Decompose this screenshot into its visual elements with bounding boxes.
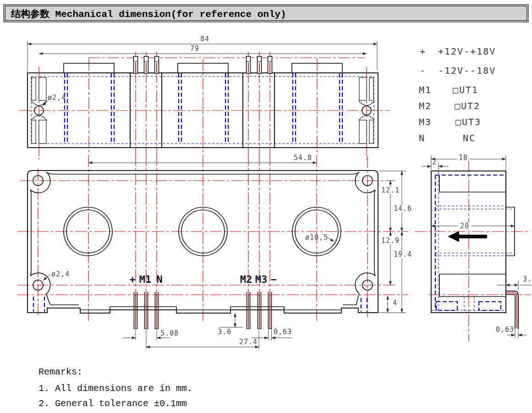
- pin-legend: + +12V-+18V - -12V--18V M1 □UT1 M2 □UT2 …: [419, 46, 496, 143]
- remarks-line2: 2. General tolerance ±0.1mm: [38, 398, 187, 409]
- dim-overall-width: 84: [200, 35, 209, 43]
- dim-corner-hole: ø2,4: [51, 270, 70, 278]
- legend-pin-m2: M2: [419, 100, 432, 111]
- pin-label-m2: M2: [240, 274, 252, 285]
- legend-pin-m3: M3: [419, 116, 432, 127]
- dim-mount-span: 79: [190, 44, 199, 53]
- pin-label-m1: M1: [139, 274, 152, 285]
- legend-desc-minus: -12V--18V: [438, 65, 496, 76]
- mechanical-drawing-page: 结构参数 Mechanical dimension(for reference …: [0, 0, 532, 413]
- side-view: [415, 160, 531, 341]
- legend-pin-m1: M1: [419, 84, 432, 95]
- dim-top-to-center: 14.6: [394, 204, 412, 213]
- dim-hole-to-center: 12.1: [381, 186, 400, 194]
- pin-label-n: N: [156, 274, 162, 285]
- remarks-title: Remarks:: [38, 367, 82, 377]
- pin-label-minus: −: [270, 274, 276, 285]
- dim-top-mount-hole: ø2,4: [48, 94, 66, 102]
- dim-edge: 2: [432, 158, 437, 166]
- drawing-canvas: 结构参数 Mechanical dimension(for reference …: [0, 0, 532, 413]
- dim-group-span: 27.4: [239, 338, 258, 346]
- legend-pin-n: N: [419, 132, 425, 143]
- dim-big-hole: ø10,5: [305, 233, 328, 242]
- dim-pin-offset: 3.: [523, 275, 532, 283]
- dim-pin-width-side: 0,63: [496, 325, 514, 334]
- pin-label-plus: +: [129, 274, 135, 285]
- legend-pin-plus: +: [420, 46, 426, 57]
- dim-foot: 4: [393, 299, 397, 307]
- legend-desc-m3: □UT3: [455, 116, 481, 127]
- dim-center-to-hole: 12.9: [381, 237, 400, 245]
- dim-inner: 20: [460, 222, 469, 230]
- legend-desc-plus: +12V-+18V: [438, 46, 496, 57]
- legend-desc-n: NC: [463, 132, 476, 143]
- dim-pin-protrusion: 3.6: [218, 328, 231, 336]
- page-title: 结构参数 Mechanical dimension(for reference …: [11, 8, 286, 20]
- dim-center-span: 54.8: [294, 154, 312, 162]
- dim-pin-width-plan: 0,63: [274, 328, 292, 336]
- plan-view: + M1 N M2 M3 −: [17, 154, 408, 329]
- remarks-line1: 1. All dimensions are in mm.: [38, 383, 192, 394]
- dim-center-to-bottom: 19.4: [394, 250, 412, 259]
- side-pin: [506, 291, 518, 329]
- remarks: Remarks: 1. All dimensions are in mm. 2.…: [38, 367, 192, 409]
- dim-depth: 18: [459, 154, 468, 162]
- dim-pin-pitch: 5.08: [160, 329, 179, 337]
- legend-pin-minus: -: [420, 65, 426, 76]
- title-bar: 结构参数 Mechanical dimension(for reference …: [4, 5, 528, 22]
- legend-desc-m1: □UT1: [453, 84, 478, 95]
- legend-desc-m2: □UT2: [455, 100, 480, 111]
- top-view: [19, 52, 389, 160]
- pin-label-m3: M3: [255, 274, 268, 285]
